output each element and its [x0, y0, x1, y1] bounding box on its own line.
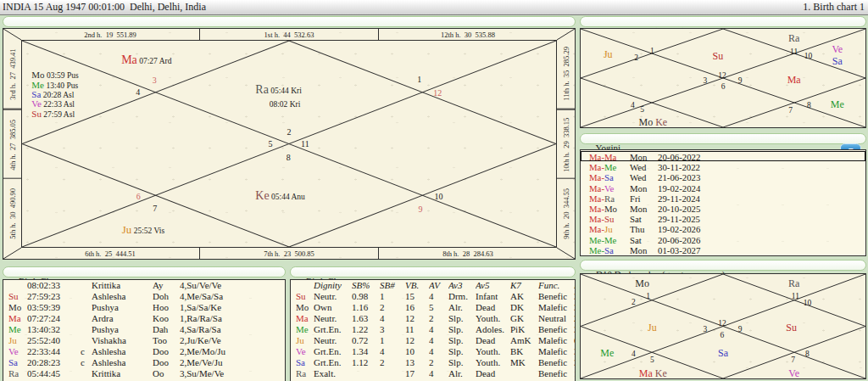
position-row: Ma07:27:24ArdraKoo1,Ra/Ra/Sa — [3, 313, 285, 324]
house-number: 2 — [287, 124, 292, 137]
planet-label: Ju — [648, 320, 657, 333]
house-number: 7 — [791, 351, 795, 365]
position-row: Ra05:44:45KrittikaOo3,Su/Me/Ve — [3, 368, 285, 379]
d10-dashamsha-chart: MoRaJuSuMeSaMa KeVe121110123964578 — [580, 273, 866, 379]
chart-selector-label[interactable]: 1. Birth chart 1 — [803, 0, 865, 14]
house-label: 8th h. 28 284.63 — [379, 248, 557, 259]
yogini-dasha-row[interactable]: Ma-JuThu19-02-2026 — [581, 223, 865, 233]
planet-label: Ra — [788, 31, 799, 44]
planet-label: Ve — [788, 366, 799, 379]
house-number: 11 — [301, 136, 309, 149]
house-number: 3 — [703, 321, 707, 334]
house-number: 5 — [268, 136, 272, 149]
house-number: 6 — [136, 188, 141, 202]
yogini-dasha-row[interactable]: Ma-SaWed21-06-2023 — [581, 171, 865, 182]
house-number: 9 — [738, 72, 743, 86]
house-label: 7th h. 23 500.85 — [200, 248, 379, 259]
position-row: 08:02:33KrittikaAy4,Su/Ve/Ve — [3, 280, 285, 291]
house-label: 3rd h. 27 439.41 — [3, 40, 21, 109]
planet-label: Ra 05:44 Kri — [255, 82, 302, 96]
column-header: Av3 — [448, 280, 476, 291]
column-header: Av5 — [476, 280, 510, 291]
position-row: Mo03:59:39PushyaHoo1,Sa/Sa/Ke — [3, 302, 285, 313]
yogini-dasha-row[interactable]: Ma-MaMon20-06-2022 — [581, 151, 865, 161]
yogini-dasha-row[interactable]: Ma-VeMon19-02-2024 — [581, 182, 865, 193]
yogini-dasha-row[interactable]: Me-MeSat20-06-2026 — [581, 234, 865, 244]
house-number: 11 — [790, 43, 798, 57]
house-number: 7 — [153, 200, 157, 214]
position-row: Sa20:28:23cAshleshaDoo2,Me/Ve/Ju — [3, 357, 285, 368]
house-number: 3 — [153, 72, 157, 86]
house-number: 4 — [136, 84, 140, 98]
d10-panel-header: D10 Dashamsha (great successes) — [580, 260, 866, 271]
planet-label: Sa — [832, 53, 843, 67]
house-number: 2 — [632, 294, 636, 307]
house-number: 9 — [738, 321, 743, 334]
position-row: Me13:40:32PushyaDah4,Sa/Ra/Sa — [3, 324, 285, 335]
house-number: 3 — [703, 72, 707, 86]
column-header: SB# — [380, 280, 405, 291]
birth-chart-panel-header: Birth Chart — [3, 16, 576, 27]
yogini-dasha-row[interactable]: Ma-MoMon20-10-2025 — [581, 203, 865, 213]
d9-panel-header: D9 Navamsha (spouse) — [580, 16, 866, 27]
chart-grid-lines — [22, 41, 556, 247]
house-label: 9th h. 20 344.55 — [557, 178, 575, 248]
dignity-row: MoOwn1.162165Alr.DeadDKMalefic3/1/1 — [291, 302, 575, 313]
house-label: 11th h. 35 285.29 — [557, 40, 575, 109]
yogini-dasha-row[interactable]: Ma-MeWed30-11-2022 — [581, 161, 865, 171]
yogini-dasha-list: Ma-MaMon20-06-2022Ma-MeWed30-11-2022Ma-S… — [580, 149, 866, 256]
planet-label: Me — [600, 345, 614, 359]
yogini-panel-header: Yogini − + ▲ ▼ — [580, 133, 866, 144]
house-number: 6 — [721, 327, 725, 340]
dignity-row: SuNeutr.0.981154Drm.InfantAKBenefic3/1/1 — [291, 291, 575, 302]
house-number: 10 — [804, 294, 812, 308]
yogini-rows: Ma-MaMon20-06-2022Ma-MeWed30-11-2022Ma-S… — [581, 151, 865, 255]
house-number: 1 — [650, 42, 654, 56]
dignity-table-header: Birth Chart — [290, 266, 576, 277]
house-label: 2nd h. 19 551.89 — [21, 29, 200, 40]
house-strip-top: 2nd h. 19 551.89 1st h. 44 532.63 12th h… — [21, 29, 557, 40]
column-header: VB. — [405, 280, 429, 291]
house-number: 6 — [721, 78, 726, 92]
planet-label: Ma Ke — [639, 366, 667, 379]
house-number: 8 — [805, 345, 810, 359]
house-number: 8 — [287, 149, 291, 163]
column-header — [291, 280, 314, 291]
house-number: 1 — [646, 288, 650, 301]
yogini-dasha-row[interactable]: Ma-RaFri29-11-2024 — [581, 193, 865, 203]
astrology-app-window: INDIA 15 Aug 1947 00:01:00 Delhi, Delhi,… — [0, 0, 868, 381]
house-number: 9 — [418, 201, 422, 215]
dignity-row: JuNeutr.0.721124Slp.DeadAmKMalefic6/4/4 — [291, 335, 575, 346]
planet-label: 08:02 Kri — [270, 96, 301, 109]
planet-label: Ma 07:27 Ard — [121, 53, 171, 66]
house-number: 4 — [632, 345, 636, 359]
planet-label: Su — [786, 320, 797, 333]
rasi-chart-area: Ma 07:27 ArdMo 03:59 PusMe 13:40 PusSa 2… — [21, 40, 557, 248]
house-number: 8 — [807, 97, 811, 110]
house-number: 7 — [788, 102, 793, 115]
house-label: 6th h. 25 444.51 — [21, 248, 200, 259]
planet-positions-table: 08:02:33KrittikaAy4,Su/Ve/VeSu27:59:23As… — [3, 279, 286, 381]
house-label: 1st h. 44 532.63 — [200, 29, 379, 40]
dignity-row: MeGrt.En.1.223114Slp.Adoles.PiKBenefic3/… — [291, 324, 575, 335]
planet-label: Sa — [718, 345, 728, 359]
planet-label: Me — [831, 97, 844, 110]
house-number: 10 — [804, 48, 813, 61]
position-row: Su27:59:23AshleshaDoh4,Me/Sa/Sa — [3, 291, 285, 302]
yogini-dasha-row[interactable]: Me-SaMon01-03-2027 — [581, 244, 865, 255]
dignity-row: SaGrt.En.1.122132Slp.Youth.MKBenefic3/1/… — [291, 357, 575, 368]
planet-label: Ju 25:52 Vis — [122, 222, 164, 236]
house-strip-bottom: 6th h. 25 444.51 7th h. 23 500.85 8th h.… — [21, 248, 557, 259]
house-number: 4 — [631, 97, 635, 110]
positions-table-header: Birth Chart — [3, 266, 286, 277]
house-number: 2 — [634, 49, 638, 63]
position-row: Ju25:52:40VishakhaToo2,Ju/Ke/Ve — [3, 335, 285, 346]
yogini-dasha-row[interactable]: Ma-SuSat29-11-2025 — [581, 213, 865, 223]
house-number: 10 — [434, 188, 442, 202]
planet-label: Ma — [787, 72, 801, 86]
planet-label: Ju — [604, 47, 613, 60]
house-number: 12 — [433, 85, 442, 98]
planet-label: Su 27:59 Asl — [31, 106, 75, 120]
title-bar: INDIA 15 Aug 1947 00:01:00 Delhi, Delhi,… — [0, 0, 868, 15]
house-label: 12th h. 30 535.88 — [379, 29, 557, 40]
